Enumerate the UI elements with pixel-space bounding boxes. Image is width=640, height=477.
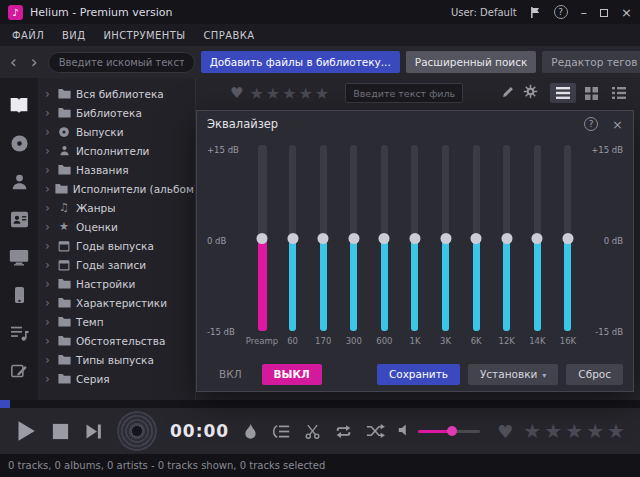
queue-icon[interactable] xyxy=(272,423,291,440)
disc-icon[interactable] xyxy=(0,124,38,162)
scissors-icon[interactable] xyxy=(304,423,321,440)
star-icon[interactable]: ★ xyxy=(586,419,607,443)
forward-icon[interactable]: › xyxy=(27,54,42,71)
back-icon[interactable]: ‹ xyxy=(6,54,21,71)
eq-save-button[interactable]: Сохранить xyxy=(377,364,460,385)
view-grid-button[interactable] xyxy=(578,83,604,103)
volume-slider[interactable] xyxy=(418,425,480,437)
eq-thumb[interactable] xyxy=(471,233,482,244)
eq-on-button[interactable]: ВКЛ xyxy=(207,364,254,385)
eq-reset-button[interactable]: Сброс xyxy=(566,364,623,385)
eq-thumb[interactable] xyxy=(501,233,512,244)
contacts-icon[interactable] xyxy=(0,200,38,238)
menu-view[interactable]: ВИД xyxy=(62,30,85,41)
favorite-heart-icon[interactable]: ♥ xyxy=(497,421,513,442)
chevron-expand-icon[interactable]: › xyxy=(45,221,52,233)
eq-thumb[interactable] xyxy=(409,233,420,244)
help-icon[interactable]: ? xyxy=(554,5,568,19)
tree-item[interactable]: ›Характеристики xyxy=(38,293,195,312)
tree-item[interactable]: ›Названия xyxy=(38,160,195,179)
tree-item[interactable]: ›Библиотека xyxy=(38,103,195,122)
menu-tools[interactable]: ИНСТРУМЕНТЫ xyxy=(103,30,185,41)
star-icon[interactable]: ★ xyxy=(282,84,298,103)
menu-help[interactable]: СПРАВКА xyxy=(203,30,254,41)
star-icon[interactable]: ★ xyxy=(565,419,586,443)
eq-thumb[interactable] xyxy=(318,233,329,244)
tree-item[interactable]: ›Исполнители xyxy=(38,141,195,160)
shuffle-icon[interactable] xyxy=(366,423,385,439)
dialog-close-icon[interactable]: × xyxy=(612,118,623,131)
playlist-icon[interactable] xyxy=(0,314,38,352)
flame-icon[interactable] xyxy=(242,422,259,441)
close-icon[interactable]: × xyxy=(621,6,632,19)
chevron-expand-icon[interactable]: › xyxy=(45,316,52,328)
tree-item[interactable]: ›♫Жанры xyxy=(38,198,195,217)
stop-button[interactable] xyxy=(51,422,70,441)
phone-icon[interactable] xyxy=(0,276,38,314)
eq-thumb[interactable] xyxy=(257,233,268,244)
artist-icon[interactable] xyxy=(0,162,38,200)
chevron-expand-icon[interactable]: › xyxy=(45,259,52,271)
repeat-icon[interactable] xyxy=(334,423,353,440)
chevron-expand-icon[interactable]: › xyxy=(45,335,52,347)
chevron-expand-icon[interactable]: › xyxy=(45,354,52,366)
eq-thumb[interactable] xyxy=(440,233,451,244)
tree-item[interactable]: ›Обстоятельства xyxy=(38,331,195,350)
chevron-expand-icon[interactable]: › xyxy=(45,126,52,138)
eq-thumb[interactable] xyxy=(379,233,390,244)
chevron-expand-icon[interactable]: › xyxy=(45,107,52,119)
star-icon[interactable]: ★ xyxy=(544,419,565,443)
dialog-help-icon[interactable]: ? xyxy=(584,117,598,131)
chevron-expand-icon[interactable]: › xyxy=(45,145,52,157)
star-icon[interactable]: ★ xyxy=(298,84,314,103)
view-list-button[interactable] xyxy=(550,83,576,103)
tree-item[interactable]: ›Годы записи xyxy=(38,255,195,274)
eq-presets-button[interactable]: Установки▾ xyxy=(468,364,558,385)
library-icon[interactable] xyxy=(0,86,38,124)
tree-item[interactable]: ›Вся библиотека xyxy=(38,84,195,103)
eq-slider-14K[interactable] xyxy=(534,145,541,331)
star-icon[interactable]: ★ xyxy=(266,84,282,103)
eq-thumb[interactable] xyxy=(532,233,543,244)
view-details-button[interactable] xyxy=(606,83,632,103)
play-button[interactable] xyxy=(12,418,38,444)
chevron-expand-icon[interactable]: › xyxy=(45,297,52,309)
seek-bar[interactable] xyxy=(0,400,640,408)
eq-slider-170[interactable] xyxy=(320,145,327,331)
tree-item[interactable]: ›★Оценки xyxy=(38,217,195,236)
eq-slider-Preamp[interactable] xyxy=(258,145,267,331)
star-icon[interactable]: ★ xyxy=(523,419,544,443)
tree-item[interactable]: ›Темп xyxy=(38,312,195,331)
chevron-expand-icon[interactable]: › xyxy=(45,183,50,195)
eq-slider-600[interactable] xyxy=(381,145,388,331)
compose-icon[interactable] xyxy=(0,352,38,390)
eq-thumb[interactable] xyxy=(348,233,359,244)
eq-slider-300[interactable] xyxy=(350,145,357,331)
tree-item[interactable]: ›Типы выпуска xyxy=(38,350,195,369)
star-icon[interactable]: ★ xyxy=(607,419,628,443)
maximize-icon[interactable] xyxy=(600,6,608,19)
volume-thumb[interactable] xyxy=(447,426,457,436)
star-icon[interactable]: ★ xyxy=(249,84,265,103)
eq-slider-1K[interactable] xyxy=(411,145,418,331)
tree-item[interactable]: ›Выпуски xyxy=(38,122,195,141)
eq-off-button[interactable]: ВЫКЛ xyxy=(262,364,322,385)
eq-slider-3K[interactable] xyxy=(442,145,449,331)
minimize-icon[interactable]: – xyxy=(581,6,588,19)
chevron-expand-icon[interactable]: › xyxy=(45,202,52,214)
tree-item[interactable]: ›Настройки xyxy=(38,274,195,293)
eq-thumb[interactable] xyxy=(287,233,298,244)
tag-editor-button[interactable]: Редактор тегов xyxy=(542,51,640,73)
add-files-button[interactable]: Добавить файлы в библиотеку... xyxy=(201,51,400,73)
chevron-expand-icon[interactable]: › xyxy=(45,373,52,385)
devices-icon[interactable] xyxy=(0,238,38,276)
tree-item[interactable]: ›Серия xyxy=(38,369,195,388)
eq-slider-12K[interactable] xyxy=(503,145,510,331)
edit-pencil-icon[interactable] xyxy=(501,85,515,102)
chevron-expand-icon[interactable]: › xyxy=(45,240,52,252)
eq-thumb[interactable] xyxy=(562,233,573,244)
gear-icon[interactable] xyxy=(523,84,538,102)
search-input[interactable] xyxy=(48,52,195,73)
advanced-search-button[interactable]: Расширенный поиск xyxy=(406,51,537,73)
chevron-expand-icon[interactable]: › xyxy=(45,278,52,290)
